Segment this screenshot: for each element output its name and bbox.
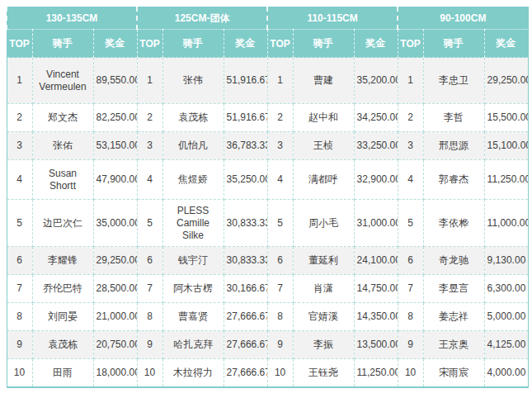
prize-cell: 34,250.00 <box>354 104 398 132</box>
prize-ranking-table-container: 130-135CM 125CM-团体 110-115CM 90-100CM TO… <box>0 0 532 395</box>
table-row: 1Vincent Vermeulen89,550.001张伟51,916.671… <box>7 58 528 104</box>
rank-cell: 5 <box>7 200 32 247</box>
rider-cell: 邢思源 <box>423 132 484 160</box>
col-header-prize: 奖金 <box>484 30 528 58</box>
prize-cell: 32,900.00 <box>354 160 398 200</box>
rank-cell: 8 <box>137 303 162 331</box>
rider-cell: 曹嘉贤 <box>162 303 224 331</box>
rank-cell: 10 <box>137 359 162 387</box>
table-row: 5边巴次仁35,000.005PLESS Camille Silke30,833… <box>7 200 528 247</box>
prize-cell: 11,250.00 <box>354 359 398 387</box>
rank-cell: 5 <box>267 200 293 247</box>
rank-cell: 6 <box>398 247 423 275</box>
rank-cell: 4 <box>137 160 162 200</box>
rank-cell: 2 <box>267 104 293 132</box>
rider-cell: 满都呼 <box>293 160 354 200</box>
prize-cell: 89,550.00 <box>93 58 137 104</box>
table-row: 6李耀锋29,250.006钱宇汀30,833.336董延利24,100.006… <box>7 247 528 275</box>
rider-cell: 王桢 <box>293 132 354 160</box>
prize-cell: 30,166.67 <box>224 275 267 303</box>
rank-cell: 6 <box>7 247 32 275</box>
prize-cell: 5,000.00 <box>484 303 528 331</box>
prize-cell: 35,200.00 <box>354 58 398 104</box>
prize-cell: 9,130.00 <box>484 247 528 275</box>
rider-cell: 张佑 <box>32 132 93 160</box>
rank-cell: 2 <box>398 104 423 132</box>
prize-cell: 27,666.67 <box>224 359 267 387</box>
prize-cell: 29,250.00 <box>484 58 528 104</box>
rider-cell: 焦煜娇 <box>162 160 224 200</box>
prize-cell: 28,500.00 <box>93 275 137 303</box>
prize-cell: 30,833.33 <box>224 247 267 275</box>
rank-cell: 1 <box>7 58 32 104</box>
rank-cell: 10 <box>398 359 423 387</box>
rank-cell: 5 <box>137 200 162 247</box>
rider-cell: 官婧溪 <box>293 303 354 331</box>
rider-cell: 李依桦 <box>423 200 484 247</box>
rank-cell: 10 <box>7 359 32 387</box>
rank-cell: 7 <box>7 275 32 303</box>
rank-cell: 8 <box>7 303 32 331</box>
rider-cell: 张伟 <box>162 58 224 104</box>
rider-cell: 李振 <box>293 331 354 359</box>
rider-cell: 阿木古楞 <box>162 275 224 303</box>
prize-cell: 14,750.00 <box>354 275 398 303</box>
prize-cell: 13,500.00 <box>354 331 398 359</box>
rank-cell: 6 <box>137 247 162 275</box>
rank-cell: 7 <box>137 275 162 303</box>
rank-cell: 4 <box>267 160 293 200</box>
col-header-rider: 骑手 <box>423 30 484 58</box>
table-row: 2郑文杰82,250.002袁茂栋51,916.672赵中和34,250.002… <box>7 104 528 132</box>
rider-cell: 郭睿杰 <box>423 160 484 200</box>
col-header-top: TOP <box>7 30 32 58</box>
group-header-125cm-team: 125CM-团体 <box>137 7 267 30</box>
rider-cell: 袁茂栋 <box>32 331 93 359</box>
table-row: 9袁茂栋20,750.009哈扎克拜27,666.679李振13,500.009… <box>7 331 528 359</box>
prize-cell: 31,000.00 <box>354 200 398 247</box>
table-body: 1Vincent Vermeulen89,550.001张伟51,916.671… <box>7 58 528 387</box>
rider-cell: 木拉得力 <box>162 359 224 387</box>
col-header-rider: 骑手 <box>32 30 93 58</box>
rank-cell: 1 <box>398 58 423 104</box>
column-header-row: TOP 骑手 奖金 TOP 骑手 奖金 TOP 骑手 奖金 TOP 骑手 奖金 <box>7 30 528 58</box>
rider-cell: 乔伦巴特 <box>32 275 93 303</box>
prize-cell: 14,350.00 <box>354 303 398 331</box>
table-row: 3张佑53,150.003仉怡凡36,783.333王桢33,250.003邢思… <box>7 132 528 160</box>
col-header-prize: 奖金 <box>93 30 137 58</box>
rank-cell: 2 <box>137 104 162 132</box>
rider-cell: 李昱言 <box>423 275 484 303</box>
group-header-130-135cm: 130-135CM <box>7 7 137 30</box>
prize-cell: 4,000.00 <box>484 359 528 387</box>
rider-cell: 袁茂栋 <box>162 104 224 132</box>
rider-cell: 钱宇汀 <box>162 247 224 275</box>
rank-cell: 7 <box>398 275 423 303</box>
col-header-top: TOP <box>267 30 293 58</box>
prize-cell: 27,666.67 <box>224 303 267 331</box>
rank-cell: 8 <box>398 303 423 331</box>
group-header-row: 130-135CM 125CM-团体 110-115CM 90-100CM <box>7 7 528 30</box>
rank-cell: 6 <box>267 247 293 275</box>
prize-cell: 15,500.00 <box>484 104 528 132</box>
rank-cell: 5 <box>398 200 423 247</box>
prize-cell: 36,783.33 <box>224 132 267 160</box>
rider-cell: 李哲 <box>423 104 484 132</box>
rank-cell: 8 <box>267 303 293 331</box>
group-header-110-115cm: 110-115CM <box>267 7 398 30</box>
rider-cell: 肖潇 <box>293 275 354 303</box>
rank-cell: 1 <box>267 58 293 104</box>
rider-cell: 王钰尧 <box>293 359 354 387</box>
prize-cell: 11,000.00 <box>484 200 528 247</box>
rider-cell: 董延利 <box>293 247 354 275</box>
prize-cell: 47,900.00 <box>93 160 137 200</box>
rank-cell: 9 <box>137 331 162 359</box>
table-row: 8刘同晏21,000.008曹嘉贤27,666.678官婧溪14,350.008… <box>7 303 528 331</box>
col-header-rider: 骑手 <box>162 30 224 58</box>
rank-cell: 7 <box>267 275 293 303</box>
col-header-prize: 奖金 <box>224 30 267 58</box>
rank-cell: 2 <box>7 104 32 132</box>
prize-cell: 24,100.00 <box>354 247 398 275</box>
col-header-prize: 奖金 <box>354 30 398 58</box>
prize-cell: 15,100.00 <box>484 132 528 160</box>
rank-cell: 4 <box>398 160 423 200</box>
rider-cell: 宋雨宸 <box>423 359 484 387</box>
